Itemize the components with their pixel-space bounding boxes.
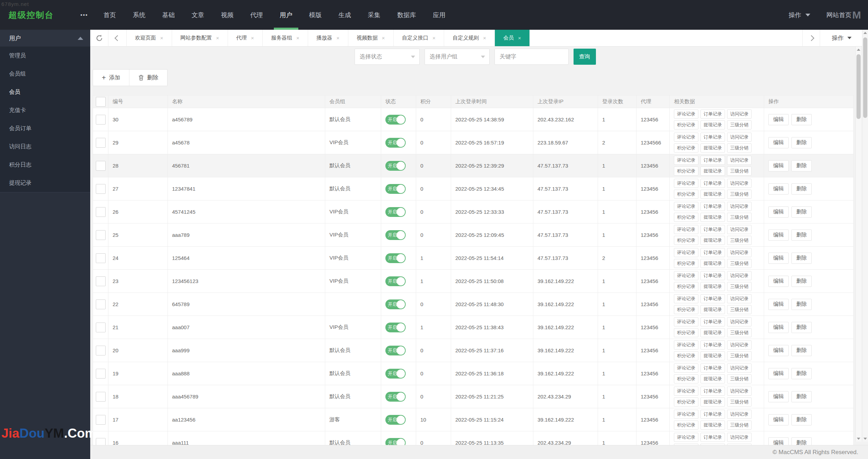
edit-row-button[interactable]: 编辑: [768, 206, 789, 218]
delete-row-button[interactable]: 删除: [791, 253, 812, 264]
delete-row-button[interactable]: 删除: [791, 391, 812, 402]
search-button[interactable]: 查询: [574, 49, 596, 65]
order-log-button[interactable]: 订单记录: [700, 271, 725, 280]
points-log-button[interactable]: 积分记录: [674, 120, 698, 129]
row-checkbox[interactable]: [96, 115, 106, 125]
withdraw-log-button[interactable]: 提现记录: [700, 143, 725, 153]
visit-log-button[interactable]: 访问记录: [727, 410, 752, 419]
comment-log-button[interactable]: 评论记录: [674, 248, 698, 257]
tab-网站参数配置[interactable]: 网站参数配置×: [172, 30, 228, 46]
topbar-action-dropdown[interactable]: 操作: [789, 11, 810, 19]
visit-log-button[interactable]: 访问记录: [727, 248, 752, 257]
comment-log-button[interactable]: 评论记录: [674, 271, 698, 280]
comment-log-button[interactable]: 评论记录: [674, 133, 698, 142]
sidebar-item-会员组[interactable]: 会员组: [0, 65, 90, 83]
inner-scrollbar-thumb[interactable]: [856, 54, 861, 119]
tabs-scroll-right-button[interactable]: [802, 30, 820, 46]
status-toggle[interactable]: 开启: [385, 392, 406, 402]
edit-row-button[interactable]: 编辑: [768, 345, 789, 356]
row-checkbox[interactable]: [96, 184, 106, 194]
comment-log-button[interactable]: 评论记录: [674, 202, 698, 211]
visit-log-button[interactable]: 访问记录: [727, 110, 752, 119]
delete-row-button[interactable]: 删除: [791, 276, 812, 287]
withdraw-log-button[interactable]: 提现记录: [700, 351, 725, 360]
tab-actions-dropdown[interactable]: 操作: [820, 30, 868, 46]
delete-row-button[interactable]: 删除: [791, 299, 812, 310]
sidebar-item-积分日志[interactable]: 积分日志: [0, 156, 90, 174]
inner-scrollbar[interactable]: [855, 47, 861, 442]
nav-item-系统[interactable]: 系统: [127, 0, 151, 30]
select-all-checkbox[interactable]: [96, 97, 106, 107]
edit-row-button[interactable]: 编辑: [768, 230, 789, 241]
order-log-button[interactable]: 订单记录: [700, 433, 725, 442]
distribution-button[interactable]: 三级分销: [727, 167, 752, 176]
status-toggle[interactable]: 开启: [385, 138, 406, 148]
nav-item-用户[interactable]: 用户: [274, 0, 298, 30]
delete-row-button[interactable]: 删除: [791, 114, 812, 125]
nav-item-采集[interactable]: 采集: [362, 0, 386, 30]
distribution-button[interactable]: 三级分销: [727, 351, 752, 360]
points-log-button[interactable]: 积分记录: [674, 213, 698, 222]
edit-row-button[interactable]: 编辑: [768, 137, 789, 148]
delete-button[interactable]: 删除: [129, 70, 167, 86]
scroll-up-icon[interactable]: [862, 30, 868, 36]
status-toggle[interactable]: 开启: [385, 207, 406, 217]
visit-log-button[interactable]: 访问记录: [727, 271, 752, 280]
edit-row-button[interactable]: 编辑: [768, 114, 789, 125]
sidebar-item-充值卡[interactable]: 充值卡: [0, 101, 90, 119]
distribution-button[interactable]: 三级分销: [727, 213, 752, 222]
delete-row-button[interactable]: 删除: [791, 137, 812, 148]
nav-item-视频[interactable]: 视频: [215, 0, 240, 30]
withdraw-log-button[interactable]: 提现记录: [700, 305, 725, 314]
points-log-button[interactable]: 积分记录: [674, 236, 698, 245]
visit-log-button[interactable]: 访问记录: [727, 294, 752, 303]
withdraw-log-button[interactable]: 提现记录: [700, 167, 725, 176]
nav-item-基础[interactable]: 基础: [156, 0, 181, 30]
status-toggle[interactable]: 开启: [385, 369, 406, 379]
visit-log-button[interactable]: 访问记录: [727, 179, 752, 188]
row-checkbox[interactable]: [96, 415, 106, 425]
close-icon[interactable]: ×: [336, 35, 340, 41]
distribution-button[interactable]: 三级分销: [727, 259, 752, 268]
edit-row-button[interactable]: 编辑: [768, 299, 789, 310]
row-checkbox[interactable]: [96, 392, 106, 402]
site-home-link[interactable]: 网站首页: [826, 11, 852, 19]
scroll-down-icon[interactable]: [862, 436, 868, 442]
points-log-button[interactable]: 积分记录: [674, 167, 698, 176]
nav-item-文章[interactable]: 文章: [186, 0, 210, 30]
delete-row-button[interactable]: 删除: [791, 414, 812, 425]
tab-自定义规则[interactable]: 自定义规则×: [444, 30, 495, 46]
close-icon[interactable]: ×: [518, 35, 521, 41]
nav-item-数据库[interactable]: 数据库: [391, 0, 422, 30]
order-log-button[interactable]: 订单记录: [700, 225, 725, 234]
points-log-button[interactable]: 积分记录: [674, 328, 698, 337]
comment-log-button[interactable]: 评论记录: [674, 179, 698, 188]
sidebar-item-管理员[interactable]: 管理员: [0, 47, 90, 65]
row-checkbox[interactable]: [96, 230, 106, 240]
status-toggle[interactable]: 开启: [385, 161, 406, 171]
visit-log-button[interactable]: 访问记录: [727, 133, 752, 142]
distribution-button[interactable]: 三级分销: [727, 190, 752, 199]
add-button[interactable]: + 添加: [93, 70, 129, 86]
delete-row-button[interactable]: 删除: [791, 345, 812, 356]
close-icon[interactable]: ×: [216, 35, 219, 41]
nav-item-代理[interactable]: 代理: [244, 0, 269, 30]
comment-log-button[interactable]: 评论记录: [674, 433, 698, 442]
row-checkbox[interactable]: [96, 369, 106, 379]
edit-row-button[interactable]: 编辑: [768, 183, 789, 195]
nav-item-生成[interactable]: 生成: [333, 0, 357, 30]
withdraw-log-button[interactable]: 提现记录: [700, 190, 725, 199]
close-icon[interactable]: ×: [296, 35, 299, 41]
comment-log-button[interactable]: 评论记录: [674, 156, 698, 165]
status-toggle[interactable]: 开启: [385, 184, 406, 194]
tab-视频数据[interactable]: 视频数据×: [348, 30, 394, 46]
row-checkbox[interactable]: [96, 323, 106, 332]
distribution-button[interactable]: 三级分销: [727, 328, 752, 337]
order-log-button[interactable]: 订单记录: [700, 179, 725, 188]
status-toggle[interactable]: 开启: [385, 323, 406, 332]
order-log-button[interactable]: 订单记录: [700, 248, 725, 257]
comment-log-button[interactable]: 评论记录: [674, 110, 698, 119]
status-toggle[interactable]: 开启: [385, 299, 406, 309]
status-toggle[interactable]: 开启: [385, 253, 406, 263]
order-log-button[interactable]: 订单记录: [700, 294, 725, 303]
